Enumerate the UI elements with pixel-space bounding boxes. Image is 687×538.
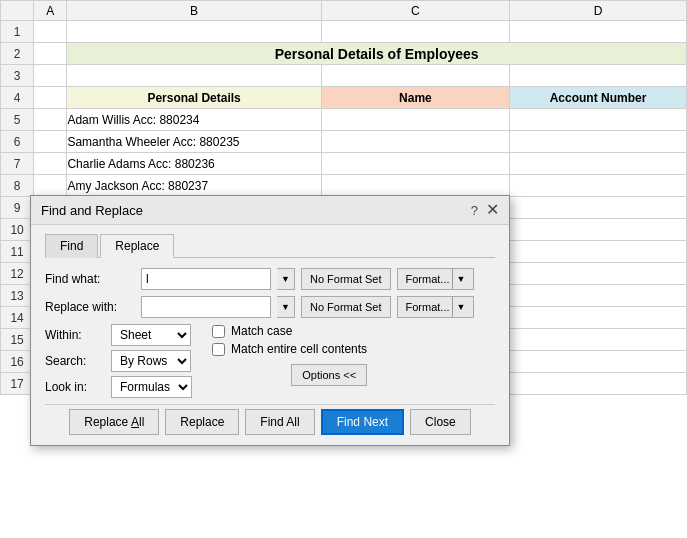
cell-c6[interactable] xyxy=(321,131,509,153)
cell-a8[interactable] xyxy=(34,175,67,197)
col-header-c: C xyxy=(321,1,509,21)
cell-b5[interactable]: Adam Willis Acc: 880234 xyxy=(67,109,321,131)
cell-c8[interactable] xyxy=(321,175,509,197)
tab-replace[interactable]: Replace xyxy=(100,234,174,258)
cell-c1[interactable] xyxy=(321,21,509,43)
cell-a1[interactable] xyxy=(34,21,67,43)
find-no-format-button[interactable]: No Format Set xyxy=(301,268,391,290)
cell-b8[interactable]: Amy Jackson Acc: 880237 xyxy=(67,175,321,197)
replace-button[interactable]: Replace xyxy=(165,409,239,435)
cell-d1[interactable] xyxy=(509,21,686,43)
find-what-input[interactable] xyxy=(141,268,271,290)
row-6: 6 Samantha Wheeler Acc: 880235 xyxy=(1,131,687,153)
options-right: Match case Match entire cell contents Op… xyxy=(212,324,367,398)
find-next-button[interactable]: Find Next xyxy=(321,409,404,435)
dialog-title: Find and Replace xyxy=(41,203,143,218)
search-row: Search: By Rows xyxy=(45,350,192,372)
cell-a2[interactable] xyxy=(34,43,67,65)
match-entire-checkbox[interactable] xyxy=(212,343,225,356)
row-num-15: 15 xyxy=(1,329,34,351)
replace-format-label: Format... xyxy=(406,301,450,313)
row-num-10: 10 xyxy=(1,219,34,241)
match-entire-row: Match entire cell contents xyxy=(212,342,367,356)
row-num-8: 8 xyxy=(1,175,34,197)
replace-all-label: Replace All xyxy=(84,415,144,429)
cell-d5[interactable] xyxy=(509,109,686,131)
help-button[interactable]: ? xyxy=(471,203,478,218)
options-left: Within: Sheet Search: By Rows Look in: xyxy=(45,324,192,398)
within-row: Within: Sheet xyxy=(45,324,192,346)
header-personal-details: Personal Details xyxy=(67,87,321,109)
find-replace-dialog: Find and Replace ? ✕ Find Replace Find w… xyxy=(30,195,510,446)
within-label: Within: xyxy=(45,328,105,342)
replace-dropdown-button[interactable]: ▼ xyxy=(277,296,295,318)
replace-format-button[interactable]: Format... ▼ xyxy=(397,296,475,318)
replace-format-dropdown-arrow[interactable]: ▼ xyxy=(452,297,466,317)
cell-a5[interactable] xyxy=(34,109,67,131)
row-num-5: 5 xyxy=(1,109,34,131)
cell-a6[interactable] xyxy=(34,131,67,153)
search-select[interactable]: By Rows xyxy=(111,350,191,372)
find-format-label: Format... xyxy=(406,273,450,285)
replace-with-label: Replace with: xyxy=(45,300,135,314)
cell-c5[interactable] xyxy=(321,109,509,131)
col-header-d: D xyxy=(509,1,686,21)
match-entire-label: Match entire cell contents xyxy=(231,342,367,356)
find-format-dropdown-arrow[interactable]: ▼ xyxy=(452,269,466,289)
find-format-button[interactable]: Format... ▼ xyxy=(397,268,475,290)
match-case-row: Match case xyxy=(212,324,367,338)
cell-a3[interactable] xyxy=(34,65,67,87)
options-button[interactable]: Options << xyxy=(291,364,367,386)
find-input-container: ▼ No Format Set Format... ▼ xyxy=(141,268,495,290)
row-num-7: 7 xyxy=(1,153,34,175)
col-header-b: B xyxy=(67,1,321,21)
search-label: Search: xyxy=(45,354,105,368)
row-num-4: 4 xyxy=(1,87,34,109)
close-icon[interactable]: ✕ xyxy=(486,202,499,218)
cell-b6[interactable]: Samantha Wheeler Acc: 880235 xyxy=(67,131,321,153)
row-num-17: 17 xyxy=(1,373,34,395)
cell-b1[interactable] xyxy=(67,21,321,43)
replace-with-row: Replace with: ▼ No Format Set Format... … xyxy=(45,296,495,318)
header-name: Name xyxy=(321,87,509,109)
tab-bar: Find Replace xyxy=(45,233,495,258)
cell-d3[interactable] xyxy=(509,65,686,87)
tab-replace-label: Replace xyxy=(115,239,159,253)
match-case-checkbox[interactable] xyxy=(212,325,225,338)
options-btn-row: Options << xyxy=(212,364,367,386)
tab-find[interactable]: Find xyxy=(45,234,98,258)
col-header-empty xyxy=(1,1,34,21)
dialog-body: Find Replace Find what: ▼ No Format Set … xyxy=(31,225,509,445)
row-2: 2 Personal Details of Employees xyxy=(1,43,687,65)
lookin-select[interactable]: Formulas xyxy=(111,376,192,398)
options-section: Within: Sheet Search: By Rows Look in: xyxy=(45,324,495,398)
replace-all-button[interactable]: Replace All xyxy=(69,409,159,435)
replace-with-input[interactable] xyxy=(141,296,271,318)
tab-find-label: Find xyxy=(60,239,83,253)
cell-c7[interactable] xyxy=(321,153,509,175)
cell-a7[interactable] xyxy=(34,153,67,175)
row-4: 4 Personal Details Name Account Number xyxy=(1,87,687,109)
dialog-controls: ? ✕ xyxy=(471,202,499,218)
lookin-row: Look in: Formulas xyxy=(45,376,192,398)
find-what-label: Find what: xyxy=(45,272,135,286)
cell-d8[interactable] xyxy=(509,175,686,197)
lookin-label: Look in: xyxy=(45,380,105,394)
cell-c3[interactable] xyxy=(321,65,509,87)
col-header-a: A xyxy=(34,1,67,21)
find-all-button[interactable]: Find All xyxy=(245,409,314,435)
row-num-14: 14 xyxy=(1,307,34,329)
close-button[interactable]: Close xyxy=(410,409,471,435)
replace-no-format-button[interactable]: No Format Set xyxy=(301,296,391,318)
spreadsheet: A B C D 1 2 Personal Details of Employee… xyxy=(0,0,687,538)
within-select[interactable]: Sheet xyxy=(111,324,191,346)
row-num-1: 1 xyxy=(1,21,34,43)
dialog-titlebar: Find and Replace ? ✕ xyxy=(31,196,509,225)
cell-b7[interactable]: Charlie Adams Acc: 880236 xyxy=(67,153,321,175)
cell-d6[interactable] xyxy=(509,131,686,153)
find-dropdown-button[interactable]: ▼ xyxy=(277,268,295,290)
row-8: 8 Amy Jackson Acc: 880237 xyxy=(1,175,687,197)
cell-d7[interactable] xyxy=(509,153,686,175)
cell-a4[interactable] xyxy=(34,87,67,109)
cell-b3[interactable] xyxy=(67,65,321,87)
